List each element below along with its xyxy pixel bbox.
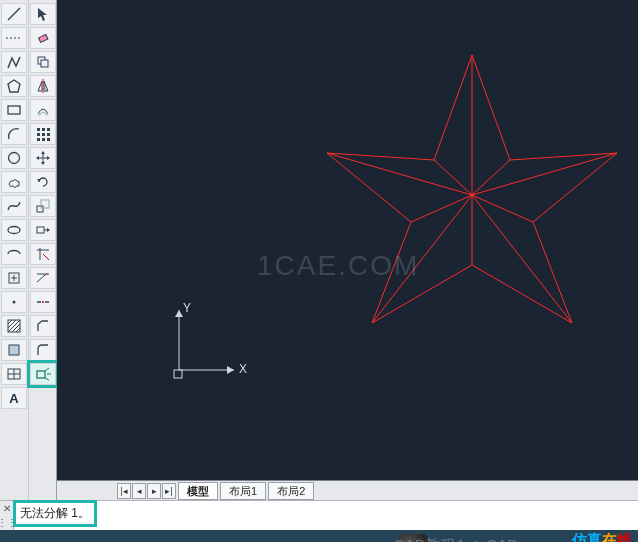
polyline-icon[interactable] xyxy=(1,51,27,73)
trim-icon[interactable] xyxy=(30,243,56,265)
tool-palette: A xyxy=(0,0,57,500)
layout-tab-strip: |◂ ◂ ▸ ▸| 模型 布局1 布局2 xyxy=(57,480,638,500)
svg-line-47 xyxy=(43,254,49,260)
svg-line-11 xyxy=(8,320,12,324)
ucs-x-label: X xyxy=(239,362,247,376)
draw-toolbar: A xyxy=(0,0,28,500)
rectangle-icon[interactable] xyxy=(1,99,27,121)
table-icon[interactable] xyxy=(1,363,27,385)
svg-rect-40 xyxy=(37,206,43,212)
chamfer-icon[interactable] xyxy=(30,315,56,337)
svg-rect-25 xyxy=(42,128,45,131)
cursor-icon[interactable] xyxy=(30,3,56,25)
tab-nav-last[interactable]: ▸| xyxy=(162,483,176,499)
svg-line-63 xyxy=(327,153,472,195)
svg-rect-16 xyxy=(9,345,19,355)
fillet-icon[interactable] xyxy=(30,339,56,361)
erase-icon[interactable] xyxy=(30,27,56,49)
svg-marker-37 xyxy=(36,156,39,160)
hatch-icon[interactable] xyxy=(1,315,27,337)
arc-icon[interactable] xyxy=(1,123,27,145)
move-icon[interactable] xyxy=(30,147,56,169)
svg-line-56 xyxy=(45,378,49,380)
svg-rect-31 xyxy=(42,138,45,141)
command-output: 无法分解 1。 xyxy=(16,503,94,524)
ucs-icon: X Y xyxy=(169,300,249,390)
svg-point-53 xyxy=(42,301,44,303)
svg-rect-54 xyxy=(37,371,45,378)
svg-rect-42 xyxy=(37,227,44,233)
command-input[interactable]: 无法分解 1。 xyxy=(14,501,638,530)
tab-layout1[interactable]: 布局1 xyxy=(220,482,266,500)
tab-nav-prev[interactable]: ◂ xyxy=(132,483,146,499)
star-drawing xyxy=(317,45,627,325)
svg-marker-44 xyxy=(47,228,50,232)
drawing-canvas[interactable]: 1CAE.COM X Y xyxy=(57,0,638,480)
ellipse-icon[interactable] xyxy=(1,219,27,241)
svg-marker-2 xyxy=(8,80,20,92)
svg-line-67 xyxy=(411,195,472,222)
svg-marker-71 xyxy=(227,366,234,374)
point-icon[interactable] xyxy=(1,291,27,313)
tab-nav-first[interactable]: |◂ xyxy=(117,483,131,499)
svg-rect-32 xyxy=(47,138,50,141)
line-icon[interactable] xyxy=(1,3,27,25)
text-icon[interactable]: A xyxy=(1,387,27,409)
svg-point-4 xyxy=(9,153,20,164)
svg-line-12 xyxy=(8,320,16,328)
svg-rect-41 xyxy=(41,200,49,208)
tab-model[interactable]: 模型 xyxy=(178,482,218,500)
polygon-icon[interactable] xyxy=(1,75,27,97)
svg-rect-73 xyxy=(174,370,182,378)
svg-marker-72 xyxy=(175,310,183,317)
offset-icon[interactable] xyxy=(30,99,56,121)
svg-rect-24 xyxy=(37,128,40,131)
construction-line-icon[interactable] xyxy=(1,27,27,49)
explode-icon[interactable] xyxy=(30,363,56,385)
tab-layout2[interactable]: 布局2 xyxy=(268,482,314,500)
spline-icon[interactable] xyxy=(1,195,27,217)
region-icon[interactable] xyxy=(1,339,27,361)
svg-rect-27 xyxy=(37,133,40,136)
array-icon[interactable] xyxy=(30,123,56,145)
mirror-icon[interactable] xyxy=(30,75,56,97)
svg-line-60 xyxy=(472,153,617,195)
svg-rect-30 xyxy=(37,138,40,141)
svg-line-55 xyxy=(45,368,49,371)
svg-line-62 xyxy=(372,195,472,323)
extend-icon[interactable] xyxy=(30,267,56,289)
svg-marker-38 xyxy=(47,156,50,160)
svg-line-65 xyxy=(472,195,533,222)
modify-toolbar xyxy=(28,0,56,500)
tab-nav-next[interactable]: ▸ xyxy=(147,483,161,499)
svg-line-15 xyxy=(16,328,20,332)
scale-icon[interactable] xyxy=(30,195,56,217)
rotate-icon[interactable] xyxy=(30,171,56,193)
break-at-point-icon[interactable] xyxy=(30,291,56,313)
command-line-area: ✕ ⋮⋮ 无法分解 1。 xyxy=(0,500,638,530)
ucs-y-label: Y xyxy=(183,301,191,315)
ellipse-arc-icon[interactable] xyxy=(1,243,27,265)
svg-rect-29 xyxy=(47,133,50,136)
svg-line-61 xyxy=(472,195,572,323)
footer-text: CAD教程AutoCAD xyxy=(394,536,518,542)
svg-line-14 xyxy=(12,324,20,332)
stretch-icon[interactable] xyxy=(30,219,56,241)
block-insert-icon[interactable] xyxy=(1,267,27,289)
svg-point-5 xyxy=(8,227,20,234)
svg-rect-28 xyxy=(42,133,45,136)
svg-rect-26 xyxy=(47,128,50,131)
footer-overlay: CAD教程AutoCAD 仿真在线 www.1CAE.com xyxy=(0,530,638,542)
svg-marker-36 xyxy=(41,162,45,165)
svg-marker-39 xyxy=(37,179,41,182)
svg-rect-3 xyxy=(8,106,20,114)
svg-rect-20 xyxy=(38,34,47,42)
svg-point-9 xyxy=(13,301,16,304)
circle-icon[interactable] xyxy=(1,147,27,169)
brand-logo: 仿真在线 xyxy=(572,531,632,542)
copy-icon[interactable] xyxy=(30,51,56,73)
cmd-close-icon[interactable]: ✕ xyxy=(3,503,11,514)
svg-rect-22 xyxy=(41,60,48,67)
revision-cloud-icon[interactable] xyxy=(1,171,27,193)
svg-line-49 xyxy=(37,275,45,282)
